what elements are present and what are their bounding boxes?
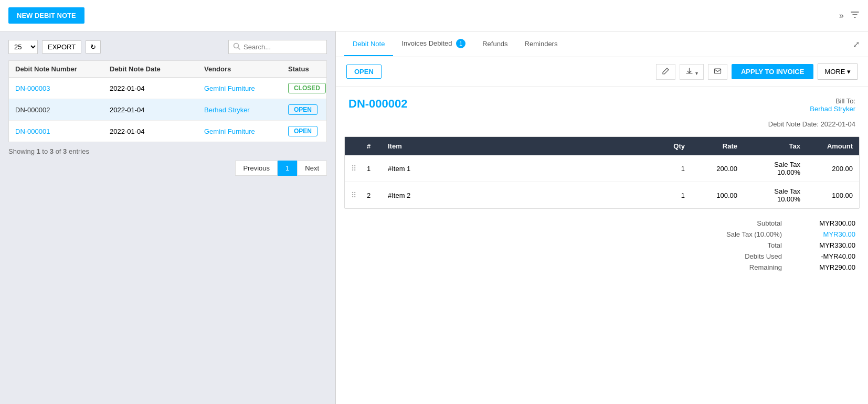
remaining-row: Remaining MYR290.00 <box>687 263 855 271</box>
svg-rect-2 <box>714 69 721 73</box>
item-row-num: 2 <box>367 192 388 199</box>
subtotal-row: Subtotal MYR300.00 <box>687 219 855 227</box>
invoices-debited-badge: 1 <box>456 39 465 48</box>
invoice-date-section: Debit Note Date: 2022-01-04 <box>336 118 868 136</box>
col-tax: Tax <box>737 142 800 150</box>
showing-from: 1 <box>36 147 40 155</box>
edit-icon-button[interactable] <box>656 64 675 80</box>
tabs-bar: Debit Note Invoices Debited 1 Refunds Re… <box>336 31 868 57</box>
col-qty: Qty <box>643 142 685 150</box>
email-icon-button[interactable] <box>708 64 727 80</box>
svg-line-1 <box>238 48 240 50</box>
tax-value: MYR30.00 <box>803 230 855 238</box>
invoice-title: DN-000002 <box>348 97 408 111</box>
search-icon <box>233 42 240 51</box>
status-badge: OPEN <box>288 126 320 136</box>
showing-text: Showing 1 to 3 of 3 entries <box>8 147 327 155</box>
item-row-num: 1 <box>367 165 388 173</box>
more-button[interactable]: MORE ▾ <box>818 63 858 80</box>
refresh-button[interactable]: ↻ <box>86 40 101 54</box>
remaining-label: Remaining <box>687 263 782 271</box>
total-label: Total <box>687 241 782 249</box>
drag-handle-icon[interactable]: ⠿ <box>351 191 367 199</box>
status-badge: OPEN <box>288 104 320 115</box>
apply-to-invoice-button[interactable]: APPLY TO INVOICE <box>732 64 813 79</box>
item-amount: 100.00 <box>800 192 853 199</box>
status-open-button[interactable]: OPEN <box>346 65 382 79</box>
export-button[interactable]: EXPORT <box>42 40 81 54</box>
debits-used-row: Debits Used -MYR40.00 <box>687 252 855 260</box>
totals-section: Subtotal MYR300.00 Sale Tax (10.00%) MYR… <box>336 209 868 282</box>
expand-button[interactable]: » <box>839 11 844 20</box>
item-name: #Item 2 <box>388 192 643 199</box>
vendor-link[interactable]: Gemini Furniture <box>204 84 288 92</box>
search-input[interactable] <box>244 43 322 51</box>
previous-button[interactable]: Previous <box>235 161 278 176</box>
table-row[interactable]: DN-000001 2022-01-04 Gemini Furniture OP… <box>9 121 326 142</box>
showing-of: 3 <box>63 147 67 155</box>
per-page-select[interactable]: 25 50 100 <box>8 40 38 54</box>
left-panel: 25 50 100 EXPORT ↻ Debit Note Number Deb… <box>0 31 336 404</box>
col-debit-note-date: Debit Note Date <box>110 65 204 73</box>
new-debit-note-button[interactable]: NEW DEBIT NOTE <box>8 7 84 24</box>
vendor-link[interactable]: Berhad Stryker <box>204 106 288 114</box>
right-panel: Debit Note Invoices Debited 1 Refunds Re… <box>336 31 868 404</box>
top-bar: NEW DEBIT NOTE » <box>0 0 868 31</box>
total-value: MYR330.00 <box>803 241 855 249</box>
tab-invoices-debited[interactable]: Invoices Debited 1 <box>393 31 474 57</box>
bill-to-name[interactable]: Berhad Stryker <box>810 105 855 113</box>
col-amount: Amount <box>800 142 853 150</box>
item-tax: Sale Tax 10.00% <box>737 187 800 203</box>
tab-debit-note[interactable]: Debit Note <box>344 33 393 56</box>
list-controls: 25 50 100 EXPORT ↻ <box>8 40 327 54</box>
bill-to-label: Bill To: <box>835 97 855 105</box>
item-rate: 100.00 <box>685 192 737 199</box>
subtotal-value: MYR300.00 <box>803 219 855 227</box>
vendor-link[interactable]: Gemini Furniture <box>204 127 288 135</box>
debit-note-date-label: Debit Note Date: <box>768 120 819 128</box>
tax-row: Sale Tax (10.00%) MYR30.00 <box>687 230 855 238</box>
filter-button[interactable] <box>850 10 860 22</box>
table-row[interactable]: DN-000002 2022-01-04 Berhad Stryker OPEN <box>9 99 326 121</box>
col-status: Status <box>288 65 320 73</box>
col-rate: Rate <box>685 142 737 150</box>
item-qty: 1 <box>643 192 685 199</box>
debit-note-link[interactable]: DN-000001 <box>15 127 110 135</box>
item-qty: 1 <box>643 165 685 173</box>
detail-toolbar: OPEN ▾ APPLY TO INVOICE <box>336 57 868 87</box>
tab-refunds[interactable]: Refunds <box>474 33 516 56</box>
download-icon-button[interactable]: ▾ <box>680 64 704 80</box>
showing-to: 3 <box>50 147 54 155</box>
debit-note-date-value: 2022-01-04 <box>821 120 856 128</box>
bill-to-section: Bill To: Berhad Stryker <box>810 97 855 113</box>
items-table: # Item Qty Rate Tax Amount ⠿ 1 #Item 1 1… <box>344 136 860 209</box>
item-name: #Item 1 <box>388 165 643 173</box>
status-badge: CLOSED <box>288 83 326 93</box>
top-right-icons: » <box>839 10 860 22</box>
debit-note-link: DN-000002 <box>15 106 110 114</box>
item-row: ⠿ 2 #Item 2 1 100.00 Sale Tax 10.00% 100… <box>345 182 859 208</box>
page-1-button[interactable]: 1 <box>278 161 297 176</box>
download-dropdown-arrow: ▾ <box>695 70 698 76</box>
debits-used-label: Debits Used <box>687 252 782 260</box>
col-hash: # <box>367 142 388 150</box>
col-vendors: Vendors <box>204 65 288 73</box>
item-rate: 200.00 <box>685 165 737 173</box>
items-table-header: # Item Qty Rate Tax Amount <box>345 137 859 155</box>
table-row[interactable]: DN-000003 2022-01-04 Gemini Furniture CL… <box>9 78 326 99</box>
invoice-header: DN-000002 Bill To: Berhad Stryker <box>336 87 868 118</box>
remaining-value: MYR290.00 <box>803 263 855 271</box>
subtotal-label: Subtotal <box>687 219 782 227</box>
expand-detail-icon[interactable]: ⤢ <box>853 39 860 49</box>
col-debit-note-number: Debit Note Number <box>15 65 110 73</box>
debit-note-date-cell: 2022-01-04 <box>110 84 204 92</box>
next-button[interactable]: Next <box>297 161 327 176</box>
drag-handle-icon[interactable]: ⠿ <box>351 164 367 173</box>
main-content: 25 50 100 EXPORT ↻ Debit Note Number Deb… <box>0 31 868 404</box>
debit-note-date-cell: 2022-01-04 <box>110 127 204 135</box>
tab-reminders[interactable]: Reminders <box>516 33 566 56</box>
pagination: Previous 1 Next <box>8 161 327 176</box>
total-row: Total MYR330.00 <box>687 241 855 249</box>
debit-note-link[interactable]: DN-000003 <box>15 84 110 92</box>
item-tax: Sale Tax 10.00% <box>737 161 800 176</box>
